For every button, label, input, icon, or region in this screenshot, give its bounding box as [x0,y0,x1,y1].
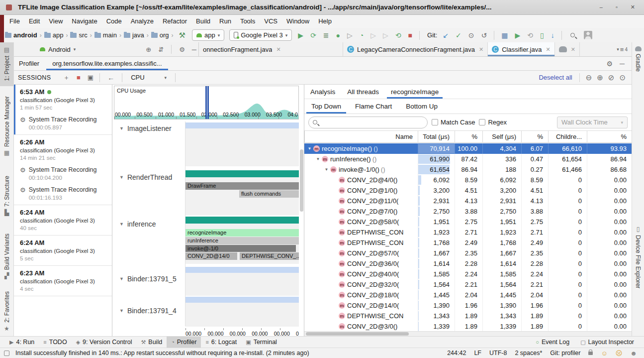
trace-span-invoke[interactable]: invoke@-1/0 [185,245,296,252]
sidebar-item-gradle[interactable]: Gradle [632,42,644,87]
menu-item[interactable]: VCS [260,15,282,28]
table-row[interactable]: ▼ m CONV_2D@11/0( 2,931 4.13 2,931 4.13 … [304,196,632,206]
recording-item[interactable]: ⚙ System Trace Recording 00:01:16.193 [20,186,109,201]
indent-setting[interactable]: 2 spaces* [515,350,542,357]
thread-row-binder4[interactable]: ▼ Binder:13791_4 [119,307,177,315]
expand-arrow-icon[interactable]: ▼ [323,164,330,175]
toolwindow-button[interactable]: ≡ 6: Logcat [201,337,241,348]
session-item[interactable]: 6:53 AM classification (Google Pixel 3) … [14,85,112,135]
trace-span-drawframe[interactable]: DrawFrame [185,182,299,190]
column-header[interactable]: % [455,131,482,143]
zoom-in-icon[interactable]: ⊕ [597,73,603,82]
toolwindow-button[interactable]: ⚒ Build [136,337,167,348]
attach-profiler-icon[interactable]: ▷ [380,31,391,39]
session-item[interactable]: 6:24 AM classification (Google Pixel 3) … [14,205,112,236]
breadcrumb-item[interactable]: app › [44,31,69,39]
file-encoding[interactable]: UTF-8 [489,350,507,357]
analysis-subtab[interactable]: Bottom Up [399,99,445,114]
zoom-out-icon[interactable]: ⊖ [586,73,592,82]
metric-selector[interactable]: CPU ▾ [125,74,173,81]
table-row[interactable]: ▼ m recognizeImage() () 70,914 100.00 4,… [304,143,632,154]
thread-row-inference[interactable]: ▼ inference [119,220,156,228]
collapse-arrow-icon[interactable]: ▼ [119,308,124,313]
trace-span-recognizeimage[interactable]: recognizeImage [185,229,299,237]
column-header[interactable]: % [587,131,632,143]
table-row[interactable]: ▼ m CONV_2D@18/0( 1,445 2.04 1,445 2.04 … [304,290,632,300]
column-header[interactable]: % [521,131,548,143]
collapse-arrow-icon[interactable]: ▼ [119,175,124,180]
expand-sessions-icon[interactable]: ▣ [84,74,97,81]
sidebar-item-structure[interactable]: 7: Structure ▙ [0,172,13,227]
run-config-selector[interactable]: app ▾ [192,29,224,41]
table-row[interactable]: ▼ m CONV_2D@58/0( 1,951 2.75 1,951 2.75 … [304,217,632,227]
search-icon[interactable] [570,33,575,37]
menu-item[interactable]: View [44,15,67,28]
collapse-arrow-icon[interactable]: ▼ [119,222,124,227]
selection-range-line[interactable] [205,86,209,119]
git-update-icon[interactable]: ↙ [440,31,451,39]
session-item[interactable]: 6:23 AM classification (Google Pixel 3) … [14,266,112,296]
thread-state-bar[interactable] [185,170,299,177]
thread-state-bar[interactable] [185,267,299,273]
line-separator[interactable]: LF [474,350,481,357]
scrollbar-thumb[interactable] [306,332,409,336]
clock-mode-selector[interactable]: Wall Clock Time ▾ [557,117,628,128]
toolwindow-button[interactable]: ≡ TODO [39,337,71,348]
device-selector[interactable]: Google Pixel 3 ▾ [229,29,292,41]
thread-row-renderthread[interactable]: ▼ RenderThread [119,173,172,181]
sdk-manager-icon[interactable]: ↓ [549,31,557,39]
breadcrumb-item[interactable]: src › [70,31,92,39]
table-row[interactable]: ▼ m CONV_2D@57/0( 1,667 2.35 1,667 2.35 … [304,248,632,258]
debug-icon[interactable]: ● [334,31,343,39]
add-session-icon[interactable]: ＋ [60,73,73,82]
thread-row-imagelistener[interactable]: ▼ ImageListener [119,124,172,132]
table-row[interactable]: ▼ m CONV_2D@36/0( 1,614 2.28 1,614 2.28 … [304,258,632,269]
table-row[interactable]: ▼ m CONV_2D@4/0() 6,092 8.59 6,092 8.59 … [304,175,632,185]
tab-camera-connection-fragment[interactable]: onnectionFragment.java ✕ [199,42,343,56]
status-message[interactable]: Install successfully finished in 140 ms.… [15,350,309,357]
recording-item[interactable]: ⚙ System Trace Recording 00:00:05.897 [20,116,109,130]
profiler-session-tab[interactable]: org.tensorflow.lite.examples.classific..… [45,57,169,70]
menu-item[interactable]: Run [215,15,236,28]
happy-face-icon[interactable]: ☺ [601,350,607,357]
toolwindow-toggle-icon[interactable] [4,351,9,356]
sidebar-item-build-variants[interactable]: Build Variants ▞ [0,230,13,284]
analysis-tab[interactable]: recognizeImage [385,85,445,99]
table-row[interactable]: ▼ m CONV_2D@32/0( 1,564 2.21 1,564 2.21 … [304,279,632,290]
breadcrumb-item[interactable]: org › [151,31,174,39]
menu-item[interactable]: Build [191,15,215,28]
tab-legacy-camera-connection-fragment[interactable]: C LegacyCameraConnectionFragment.java ✕ [343,42,488,56]
hidden-tabs-dropdown[interactable]: ▾ ≡ 4 [613,42,632,56]
apply-changes-icon[interactable]: ⟳ [308,31,319,39]
hide-panel-icon[interactable]: ─ [190,46,198,53]
menu-item[interactable]: Refactor [158,15,191,28]
table-row[interactable]: ▼ m CONV_2D@1/0() 3,200 4.51 3,200 4.51 … [304,185,632,196]
session-item[interactable]: 6:24 AM classification (Google Pixel 3) … [14,236,112,266]
trace-span-flush-commands[interactable]: flush commands [239,190,299,198]
close-icon[interactable]: ✕ [570,46,575,53]
toolwindow-button[interactable]: ◔ Profiler [167,337,201,348]
settings-gear-icon[interactable]: ⚙ [177,46,187,53]
close-icon[interactable]: ✕ [545,46,550,53]
layout-inspector-button[interactable]: ▢ Layout Inspector [580,339,634,346]
run-icon[interactable]: ▶ [295,31,306,39]
attach-debugger-icon[interactable]: ▷ [368,31,378,39]
reset-zoom-icon[interactable]: ⊘ [608,73,615,82]
close-icon[interactable]: ✕ [275,46,280,53]
stop-session-icon[interactable]: ■ [73,74,84,81]
column-header[interactable]: Childre... [548,131,587,143]
menu-item[interactable]: Help [314,15,336,28]
collapse-all-icon[interactable]: ⇵ [156,46,166,53]
vertical-scrollbar[interactable] [300,149,303,212]
analysis-subtab[interactable]: Top Down [304,99,348,114]
analysis-tab[interactable]: Analysis [304,85,341,99]
column-header[interactable]: Total (μs) [418,131,455,143]
sidebar-item-resource-manager[interactable]: Resource Manager ▦ [0,92,13,167]
lock-icon[interactable] [588,352,593,355]
column-header[interactable]: Name [304,131,418,143]
trace-span-depthwise-conv[interactable]: DEPTHWISE_CONV_... [240,252,299,260]
table-row[interactable]: ▼ m DEPTHWISE_CON 1,923 2.71 1,923 2.71 … [304,227,632,238]
device-manager-icon[interactable]: ▯ [538,31,547,39]
git-commit-icon[interactable]: ✓ [453,31,464,39]
sidebar-item-project[interactable]: ▤ 1: Project [0,42,13,86]
